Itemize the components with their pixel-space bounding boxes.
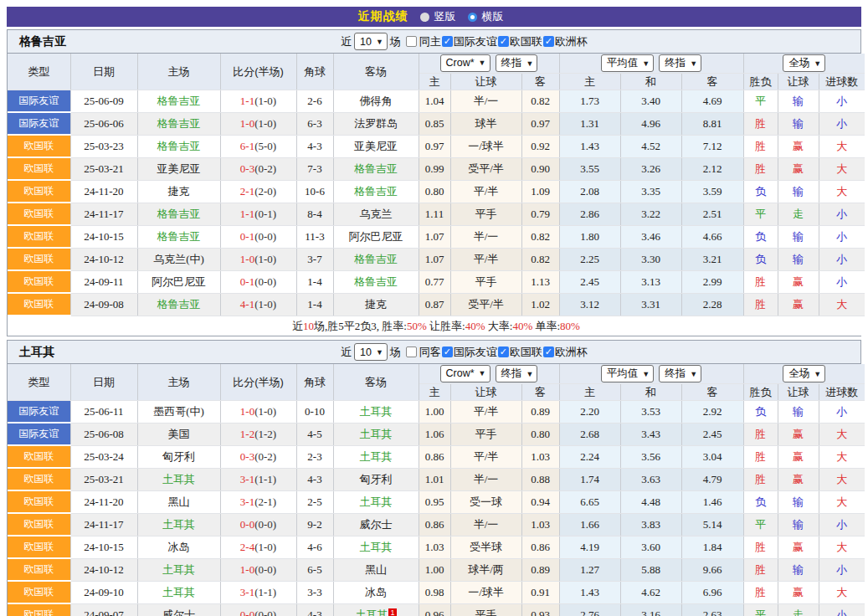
col-header-avg-home: 主 (559, 74, 620, 90)
result-handicap: 赢 (778, 423, 819, 445)
result-goals: 小 (819, 90, 865, 113)
home-team: 乌克兰(中) (137, 248, 220, 270)
same-venue-label[interactable]: 同客 (419, 345, 441, 360)
odds-away: 0.86 (521, 536, 559, 558)
match-count-select[interactable]: 10▼ (354, 33, 388, 50)
nations-league-label[interactable]: 欧国联 (510, 345, 542, 360)
final-odds-select-1[interactable]: 终指▼ (496, 365, 538, 382)
same-venue-checkbox[interactable] (406, 36, 417, 47)
results-table: 类型 日期 主场 比分(半场) 角球 客场 Crow*▼终指▼ 平均值▼终指▼ … (8, 54, 865, 336)
euro-checkbox[interactable]: ✓ (543, 346, 554, 357)
away-team: 法罗群岛 (333, 112, 419, 135)
away-team: 佛得角 (333, 90, 419, 113)
full-match-select[interactable]: 全场▼ (783, 54, 825, 72)
col-header-away: 客场 (333, 364, 419, 401)
result-handicap: 赢 (778, 445, 819, 468)
nations-league-checkbox[interactable]: ✓ (498, 346, 509, 357)
match-count-select[interactable]: 10▼ (354, 343, 388, 361)
chevron-down-icon: ▼ (642, 370, 650, 378)
halftime-score: (1-0) (254, 253, 276, 265)
col-header-away: 客场 (333, 54, 419, 90)
competition-badge: 欧国联 (8, 513, 70, 536)
col-header-odds-home: 主 (419, 74, 450, 90)
match-date: 24-11-20 (70, 490, 137, 513)
radio-horizontal-layout[interactable] (468, 13, 477, 22)
average-select[interactable]: 平均值▼ (601, 54, 654, 72)
friendly-label[interactable]: 国际友谊 (454, 34, 497, 49)
result-wdl: 胜 (743, 112, 778, 135)
result-handicap: 输 (778, 180, 819, 203)
final-odds-select-2[interactable]: 终指▼ (659, 54, 701, 72)
odds-handicap: 平手 (450, 203, 521, 225)
avg-home: 2.24 (559, 445, 620, 468)
match-row: 欧国联 24-09-10 土耳其 3-1(1-1) 3-3 冰岛 0.98 一/… (8, 581, 865, 603)
same-venue-checkbox[interactable] (406, 346, 417, 357)
nations-league-label[interactable]: 欧国联 (510, 34, 542, 49)
bookmaker-select[interactable]: Crow*▼ (440, 54, 490, 72)
same-venue-label[interactable]: 同主 (419, 34, 441, 49)
match-row: 欧国联 24-10-15 格鲁吉亚 0-1(0-0) 11-3 阿尔巴尼亚 1.… (8, 225, 865, 248)
score-cell: 1-0(1-0) (220, 112, 296, 135)
bookmaker-select[interactable]: Crow*▼ (440, 365, 490, 382)
result-handicap: 走 (778, 203, 819, 225)
friendly-label[interactable]: 国际友谊 (454, 345, 497, 360)
radio-vertical-layout[interactable] (420, 13, 429, 22)
home-team: 格鲁吉亚 (137, 203, 220, 225)
avg-away: 7.12 (681, 135, 743, 157)
result-wdl: 负 (743, 490, 778, 513)
away-team: 土耳其 (333, 401, 419, 424)
euro-label[interactable]: 欧洲杯 (555, 345, 588, 360)
result-wdl: 平 (743, 603, 778, 616)
odds-home: 1.03 (419, 536, 450, 558)
final-odds-select-2[interactable]: 终指▼ (659, 365, 701, 382)
result-wdl: 胜 (743, 581, 778, 603)
match-row: 国际友谊 25-06-06 格鲁吉亚 1-0(1-0) 6-3 法罗群岛 0.8… (8, 112, 865, 135)
page: 近期战绩 竖版 横版 格鲁吉亚 近 10▼ 场 同主 ✓ 国际友谊 ✓ 欧国联 … (7, 0, 861, 616)
result-goals: 小 (819, 248, 865, 270)
avg-draw: 3.56 (620, 445, 681, 468)
euro-label[interactable]: 欧洲杯 (555, 34, 588, 49)
fulltime-score: 1-0 (240, 563, 254, 576)
home-team: 土耳其 (137, 558, 220, 581)
friendly-checkbox[interactable]: ✓ (442, 346, 453, 357)
competition-badge: 国际友谊 (8, 112, 70, 135)
avg-home: 2.45 (559, 270, 620, 293)
home-team: 捷克 (137, 180, 220, 203)
result-goals: 大 (819, 423, 865, 445)
col-header-odds-handicap: 让球 (450, 74, 521, 90)
score-cell: 1-2(1-2) (220, 423, 296, 445)
fulltime-score: 1-1 (240, 208, 254, 220)
result-handicap: 赢 (778, 157, 819, 180)
match-date: 24-09-07 (70, 603, 137, 616)
competition-badge: 欧国联 (8, 157, 70, 180)
home-team: 冰岛 (137, 536, 220, 558)
odds-home: 0.97 (419, 135, 450, 157)
radio-horizontal-label[interactable]: 横版 (482, 9, 504, 24)
avg-draw: 3.53 (620, 401, 681, 424)
odds-handicap: 受平/半 (450, 157, 521, 180)
radio-vertical-label[interactable]: 竖版 (434, 9, 456, 24)
chevron-down-icon: ▼ (814, 370, 821, 378)
full-match-select[interactable]: 全场▼ (783, 365, 825, 382)
friendly-checkbox[interactable]: ✓ (442, 36, 453, 47)
home-team: 格鲁吉亚 (137, 225, 220, 248)
odds-group-header: Crow*▼终指▼ (419, 54, 559, 74)
halftime-score: (0-0) (254, 275, 276, 288)
result-wdl: 胜 (743, 468, 778, 490)
euro-checkbox[interactable]: ✓ (543, 36, 554, 47)
halftime-score: (0-1) (254, 208, 276, 220)
competition-badge: 欧国联 (8, 225, 70, 248)
nations-league-checkbox[interactable]: ✓ (498, 36, 509, 47)
fulltime-score: 0-1 (240, 275, 254, 288)
odds-handicap: 平/半 (450, 180, 521, 203)
final-odds-select-1[interactable]: 终指▼ (496, 54, 538, 72)
match-row: 国际友谊 25-06-08 美国 1-2(1-2) 4-5 土耳其 1.06 平… (8, 423, 865, 445)
odds-away: 0.93 (521, 603, 559, 616)
result-wdl: 负 (743, 225, 778, 248)
odds-home: 0.85 (419, 112, 450, 135)
avg-draw: 4.96 (620, 112, 681, 135)
average-select[interactable]: 平均值▼ (601, 365, 654, 382)
score-cell: 0-3(0-2) (220, 157, 296, 180)
home-team: 土耳其 (137, 581, 220, 603)
chevron-down-icon: ▼ (376, 348, 383, 357)
